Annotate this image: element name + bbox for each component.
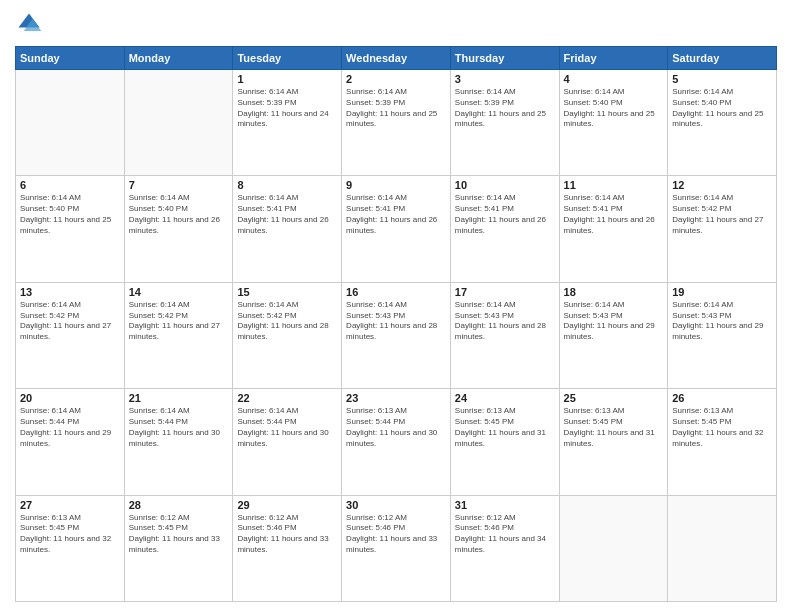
calendar-header-cell: Thursday (450, 47, 559, 70)
calendar-day-cell: 16Sunrise: 6:14 AM Sunset: 5:43 PM Dayli… (342, 282, 451, 388)
calendar-header-cell: Sunday (16, 47, 125, 70)
day-detail: Sunrise: 6:12 AM Sunset: 5:46 PM Dayligh… (346, 513, 446, 556)
day-detail: Sunrise: 6:14 AM Sunset: 5:39 PM Dayligh… (237, 87, 337, 130)
calendar-day-cell (124, 70, 233, 176)
calendar-day-cell: 23Sunrise: 6:13 AM Sunset: 5:44 PM Dayli… (342, 389, 451, 495)
day-number: 1 (237, 73, 337, 85)
day-number: 11 (564, 179, 664, 191)
day-number: 19 (672, 286, 772, 298)
calendar-day-cell: 26Sunrise: 6:13 AM Sunset: 5:45 PM Dayli… (668, 389, 777, 495)
day-detail: Sunrise: 6:14 AM Sunset: 5:42 PM Dayligh… (20, 300, 120, 343)
calendar-header-cell: Saturday (668, 47, 777, 70)
calendar-day-cell: 28Sunrise: 6:12 AM Sunset: 5:45 PM Dayli… (124, 495, 233, 601)
calendar-day-cell: 24Sunrise: 6:13 AM Sunset: 5:45 PM Dayli… (450, 389, 559, 495)
day-number: 27 (20, 499, 120, 511)
calendar-day-cell: 29Sunrise: 6:12 AM Sunset: 5:46 PM Dayli… (233, 495, 342, 601)
day-number: 20 (20, 392, 120, 404)
day-detail: Sunrise: 6:14 AM Sunset: 5:41 PM Dayligh… (564, 193, 664, 236)
day-detail: Sunrise: 6:14 AM Sunset: 5:40 PM Dayligh… (20, 193, 120, 236)
day-number: 23 (346, 392, 446, 404)
day-detail: Sunrise: 6:14 AM Sunset: 5:44 PM Dayligh… (20, 406, 120, 449)
day-number: 3 (455, 73, 555, 85)
calendar-header-cell: Wednesday (342, 47, 451, 70)
day-number: 7 (129, 179, 229, 191)
calendar-day-cell: 11Sunrise: 6:14 AM Sunset: 5:41 PM Dayli… (559, 176, 668, 282)
calendar-week-row: 6Sunrise: 6:14 AM Sunset: 5:40 PM Daylig… (16, 176, 777, 282)
calendar-day-cell: 1Sunrise: 6:14 AM Sunset: 5:39 PM Daylig… (233, 70, 342, 176)
calendar-header-cell: Tuesday (233, 47, 342, 70)
day-number: 30 (346, 499, 446, 511)
day-number: 18 (564, 286, 664, 298)
calendar-day-cell: 12Sunrise: 6:14 AM Sunset: 5:42 PM Dayli… (668, 176, 777, 282)
day-detail: Sunrise: 6:14 AM Sunset: 5:41 PM Dayligh… (346, 193, 446, 236)
day-number: 29 (237, 499, 337, 511)
day-detail: Sunrise: 6:14 AM Sunset: 5:43 PM Dayligh… (564, 300, 664, 343)
calendar-day-cell: 18Sunrise: 6:14 AM Sunset: 5:43 PM Dayli… (559, 282, 668, 388)
day-detail: Sunrise: 6:14 AM Sunset: 5:40 PM Dayligh… (564, 87, 664, 130)
day-number: 22 (237, 392, 337, 404)
day-number: 2 (346, 73, 446, 85)
calendar-day-cell (559, 495, 668, 601)
day-detail: Sunrise: 6:14 AM Sunset: 5:39 PM Dayligh… (455, 87, 555, 130)
calendar-header-row: SundayMondayTuesdayWednesdayThursdayFrid… (16, 47, 777, 70)
day-number: 13 (20, 286, 120, 298)
day-detail: Sunrise: 6:12 AM Sunset: 5:46 PM Dayligh… (237, 513, 337, 556)
day-detail: Sunrise: 6:14 AM Sunset: 5:41 PM Dayligh… (455, 193, 555, 236)
calendar-week-row: 1Sunrise: 6:14 AM Sunset: 5:39 PM Daylig… (16, 70, 777, 176)
calendar-header-cell: Friday (559, 47, 668, 70)
calendar-week-row: 13Sunrise: 6:14 AM Sunset: 5:42 PM Dayli… (16, 282, 777, 388)
calendar-day-cell: 20Sunrise: 6:14 AM Sunset: 5:44 PM Dayli… (16, 389, 125, 495)
calendar-day-cell: 31Sunrise: 6:12 AM Sunset: 5:46 PM Dayli… (450, 495, 559, 601)
calendar-day-cell: 3Sunrise: 6:14 AM Sunset: 5:39 PM Daylig… (450, 70, 559, 176)
day-number: 15 (237, 286, 337, 298)
calendar-day-cell: 14Sunrise: 6:14 AM Sunset: 5:42 PM Dayli… (124, 282, 233, 388)
day-number: 31 (455, 499, 555, 511)
day-number: 6 (20, 179, 120, 191)
calendar-day-cell (16, 70, 125, 176)
day-number: 5 (672, 73, 772, 85)
calendar-day-cell: 15Sunrise: 6:14 AM Sunset: 5:42 PM Dayli… (233, 282, 342, 388)
day-number: 25 (564, 392, 664, 404)
day-number: 4 (564, 73, 664, 85)
day-number: 8 (237, 179, 337, 191)
day-detail: Sunrise: 6:13 AM Sunset: 5:45 PM Dayligh… (564, 406, 664, 449)
day-detail: Sunrise: 6:13 AM Sunset: 5:44 PM Dayligh… (346, 406, 446, 449)
day-detail: Sunrise: 6:14 AM Sunset: 5:44 PM Dayligh… (237, 406, 337, 449)
day-number: 14 (129, 286, 229, 298)
page: SundayMondayTuesdayWednesdayThursdayFrid… (0, 0, 792, 612)
calendar-day-cell: 10Sunrise: 6:14 AM Sunset: 5:41 PM Dayli… (450, 176, 559, 282)
day-number: 10 (455, 179, 555, 191)
day-number: 28 (129, 499, 229, 511)
day-detail: Sunrise: 6:14 AM Sunset: 5:43 PM Dayligh… (346, 300, 446, 343)
calendar-day-cell: 22Sunrise: 6:14 AM Sunset: 5:44 PM Dayli… (233, 389, 342, 495)
calendar-header-cell: Monday (124, 47, 233, 70)
day-detail: Sunrise: 6:14 AM Sunset: 5:43 PM Dayligh… (672, 300, 772, 343)
day-detail: Sunrise: 6:14 AM Sunset: 5:39 PM Dayligh… (346, 87, 446, 130)
day-detail: Sunrise: 6:12 AM Sunset: 5:46 PM Dayligh… (455, 513, 555, 556)
day-detail: Sunrise: 6:14 AM Sunset: 5:42 PM Dayligh… (237, 300, 337, 343)
day-detail: Sunrise: 6:14 AM Sunset: 5:41 PM Dayligh… (237, 193, 337, 236)
day-detail: Sunrise: 6:14 AM Sunset: 5:40 PM Dayligh… (672, 87, 772, 130)
logo-icon (15, 10, 43, 38)
calendar-day-cell: 6Sunrise: 6:14 AM Sunset: 5:40 PM Daylig… (16, 176, 125, 282)
day-detail: Sunrise: 6:12 AM Sunset: 5:45 PM Dayligh… (129, 513, 229, 556)
header (15, 10, 777, 38)
day-number: 12 (672, 179, 772, 191)
calendar-week-row: 20Sunrise: 6:14 AM Sunset: 5:44 PM Dayli… (16, 389, 777, 495)
day-number: 16 (346, 286, 446, 298)
calendar-day-cell: 27Sunrise: 6:13 AM Sunset: 5:45 PM Dayli… (16, 495, 125, 601)
calendar-day-cell: 2Sunrise: 6:14 AM Sunset: 5:39 PM Daylig… (342, 70, 451, 176)
calendar-day-cell: 9Sunrise: 6:14 AM Sunset: 5:41 PM Daylig… (342, 176, 451, 282)
calendar-day-cell: 4Sunrise: 6:14 AM Sunset: 5:40 PM Daylig… (559, 70, 668, 176)
calendar-day-cell: 8Sunrise: 6:14 AM Sunset: 5:41 PM Daylig… (233, 176, 342, 282)
day-detail: Sunrise: 6:14 AM Sunset: 5:44 PM Dayligh… (129, 406, 229, 449)
calendar-day-cell: 17Sunrise: 6:14 AM Sunset: 5:43 PM Dayli… (450, 282, 559, 388)
calendar-day-cell (668, 495, 777, 601)
day-detail: Sunrise: 6:14 AM Sunset: 5:42 PM Dayligh… (672, 193, 772, 236)
day-detail: Sunrise: 6:14 AM Sunset: 5:42 PM Dayligh… (129, 300, 229, 343)
day-detail: Sunrise: 6:14 AM Sunset: 5:43 PM Dayligh… (455, 300, 555, 343)
calendar-day-cell: 21Sunrise: 6:14 AM Sunset: 5:44 PM Dayli… (124, 389, 233, 495)
calendar-table: SundayMondayTuesdayWednesdayThursdayFrid… (15, 46, 777, 602)
calendar-day-cell: 7Sunrise: 6:14 AM Sunset: 5:40 PM Daylig… (124, 176, 233, 282)
day-number: 9 (346, 179, 446, 191)
